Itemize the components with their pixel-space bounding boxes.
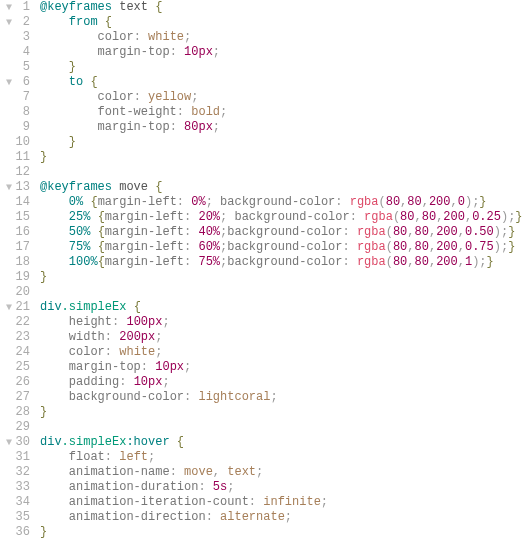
line-number: 35: [0, 510, 30, 525]
code-area[interactable]: @keyframes text { from { color: white; m…: [34, 0, 523, 540]
line-number: 32: [0, 465, 30, 480]
line-number: 14: [0, 195, 30, 210]
line-number: 9: [0, 120, 30, 135]
line-number: 17: [0, 240, 30, 255]
code-line: [40, 420, 523, 435]
code-line: width: 200px;: [40, 330, 523, 345]
code-line: color: white;: [40, 30, 523, 45]
line-number: ▼6: [0, 75, 30, 90]
line-number: 25: [0, 360, 30, 375]
code-line: 0% {margin-left: 0%; background-color: r…: [40, 195, 523, 210]
line-number: 16: [0, 225, 30, 240]
code-line: }: [40, 135, 523, 150]
code-line: [40, 285, 523, 300]
code-line: div.simpleEx:hover {: [40, 435, 523, 450]
line-number: 15: [0, 210, 30, 225]
code-editor: ▼1▼2345▼6789101112▼1314151617181920▼2122…: [0, 0, 529, 540]
fold-icon[interactable]: ▼: [6, 300, 12, 315]
code-line: }: [40, 60, 523, 75]
fold-icon[interactable]: ▼: [6, 15, 12, 30]
line-number: ▼1: [0, 0, 30, 15]
line-number: 4: [0, 45, 30, 60]
line-number: 36: [0, 525, 30, 540]
line-number: ▼2: [0, 15, 30, 30]
code-line: 75% {margin-left: 60%;background-color: …: [40, 240, 523, 255]
line-number: 5: [0, 60, 30, 75]
code-line: from {: [40, 15, 523, 30]
code-line: to {: [40, 75, 523, 90]
line-number: 19: [0, 270, 30, 285]
line-number: ▼30: [0, 435, 30, 450]
code-line: }: [40, 525, 523, 540]
line-number: 10: [0, 135, 30, 150]
code-line: @keyframes move {: [40, 180, 523, 195]
code-line: animation-duration: 5s;: [40, 480, 523, 495]
code-line: color: white;: [40, 345, 523, 360]
code-line: @keyframes text {: [40, 0, 523, 15]
code-line: 25% {margin-left: 20%; background-color:…: [40, 210, 523, 225]
line-number: 27: [0, 390, 30, 405]
code-line: [40, 165, 523, 180]
code-line: }: [40, 405, 523, 420]
fold-icon[interactable]: ▼: [6, 435, 12, 450]
line-number: 18: [0, 255, 30, 270]
line-number: 29: [0, 420, 30, 435]
code-line: 100%{margin-left: 75%;background-color: …: [40, 255, 523, 270]
code-line: 50% {margin-left: 40%;background-color: …: [40, 225, 523, 240]
line-number: 7: [0, 90, 30, 105]
code-line: }: [40, 150, 523, 165]
code-line: background-color: lightcoral;: [40, 390, 523, 405]
line-number: 23: [0, 330, 30, 345]
code-line: height: 100px;: [40, 315, 523, 330]
fold-icon[interactable]: ▼: [6, 75, 12, 90]
code-line: div.simpleEx {: [40, 300, 523, 315]
line-number: 20: [0, 285, 30, 300]
fold-icon[interactable]: ▼: [6, 180, 12, 195]
code-line: margin-top: 80px;: [40, 120, 523, 135]
line-number: 24: [0, 345, 30, 360]
line-number: 34: [0, 495, 30, 510]
fold-icon[interactable]: ▼: [6, 0, 12, 15]
code-line: margin-top: 10px;: [40, 45, 523, 60]
code-line: animation-iteration-count: infinite;: [40, 495, 523, 510]
code-line: }: [40, 270, 523, 285]
code-line: font-weight: bold;: [40, 105, 523, 120]
code-line: float: left;: [40, 450, 523, 465]
code-line: color: yellow;: [40, 90, 523, 105]
code-line: padding: 10px;: [40, 375, 523, 390]
line-number: 8: [0, 105, 30, 120]
line-number: 28: [0, 405, 30, 420]
line-number: 22: [0, 315, 30, 330]
code-line: margin-top: 10px;: [40, 360, 523, 375]
line-number: 3: [0, 30, 30, 45]
line-number: 12: [0, 165, 30, 180]
line-number: 33: [0, 480, 30, 495]
line-number-gutter: ▼1▼2345▼6789101112▼1314151617181920▼2122…: [0, 0, 34, 540]
line-number: 11: [0, 150, 30, 165]
line-number: ▼21: [0, 300, 30, 315]
line-number: 26: [0, 375, 30, 390]
code-line: animation-name: move, text;: [40, 465, 523, 480]
line-number: ▼13: [0, 180, 30, 195]
code-line: animation-direction: alternate;: [40, 510, 523, 525]
line-number: 31: [0, 450, 30, 465]
